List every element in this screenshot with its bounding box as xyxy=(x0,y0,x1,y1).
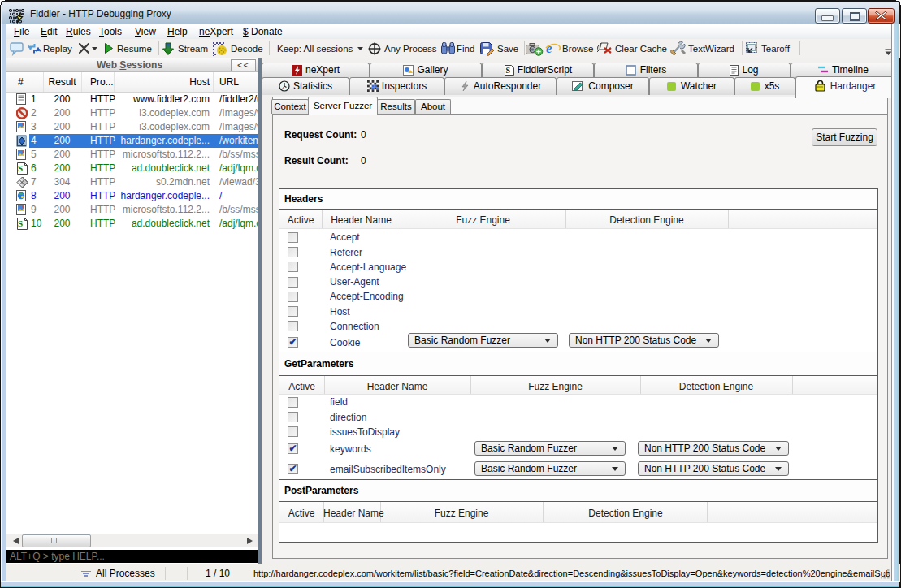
svg-text:e: e xyxy=(546,41,552,56)
svg-text:S: S xyxy=(18,218,23,228)
svg-text:S: S xyxy=(18,163,23,173)
svg-text:S: S xyxy=(505,66,510,75)
